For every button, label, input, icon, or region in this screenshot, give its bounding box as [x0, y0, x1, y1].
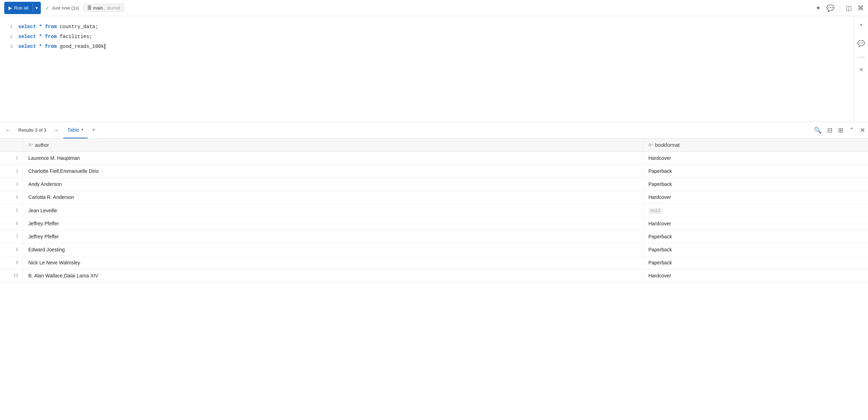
- row-num-header: [0, 139, 23, 152]
- cmd-icon[interactable]: ⌘: [857, 4, 864, 12]
- divider: [840, 5, 840, 12]
- author-col-label: author: [35, 142, 49, 148]
- author-cell: Carlotta R. Anderson: [23, 191, 642, 204]
- line-code-1: select * from country_data;: [18, 22, 98, 32]
- db-path: blurred: [107, 6, 120, 11]
- results-bar: ← Results 3 of 3 → Table ▾ + 🔍 ⊟ ⊞ ⌃ ✕: [0, 122, 868, 139]
- table-row: 7Jeffrey PfefferPaperback: [0, 230, 868, 243]
- author-cell: B. Alan Wallace,Dalai Lama XIV: [23, 269, 642, 282]
- search-icon[interactable]: 🔍: [814, 126, 822, 134]
- run-all-button[interactable]: ▶ Run all ▾: [4, 2, 41, 14]
- results-label: Results 3 of 3: [15, 127, 49, 133]
- status-label: Just now (1s): [52, 5, 79, 11]
- bookformat-cell: Paperback: [642, 178, 868, 191]
- bookformat-cell: Hardcover: [642, 152, 868, 165]
- editor-lines: 1 select * from country_data; 2 select *…: [0, 22, 868, 51]
- add-tab-button[interactable]: +: [89, 125, 99, 135]
- expand-icon[interactable]: ⌃: [849, 126, 854, 134]
- author-type-icon: Aᵃ: [28, 143, 33, 148]
- col-sort-icon[interactable]: ⇅: [633, 142, 637, 148]
- grid-icon[interactable]: ⌘: [859, 64, 863, 76]
- run-all-label: Run all: [14, 5, 28, 11]
- row-num-cell: 10: [0, 269, 23, 282]
- table-row: 5Jean Leveillenull: [0, 204, 868, 217]
- next-result-button[interactable]: →: [51, 126, 62, 135]
- filter-icon[interactable]: ⊟: [827, 126, 832, 134]
- sql-editor[interactable]: 1 select * from country_data; 2 select *…: [0, 16, 868, 122]
- editor-line-2: 2 select * from facilities;: [6, 32, 862, 42]
- author-cell: Charlotte Fiell,Emmanuelle Dirix: [23, 165, 642, 178]
- row-num-cell: 5: [0, 204, 23, 217]
- header-row: Aᵃ author ⋮ ⇅ Aᵃ bookformat: [0, 139, 868, 152]
- table-row: 4Carlotta R. AndersonHardcover: [0, 191, 868, 204]
- columns-icon[interactable]: ⊞: [838, 126, 843, 134]
- database-selector[interactable]: 🗄 main . blurred: [83, 4, 124, 12]
- results-bar-right: 🔍 ⊟ ⊞ ⌃ ✕: [814, 126, 865, 134]
- row-num-cell: 4: [0, 191, 23, 204]
- row-num-cell: 9: [0, 256, 23, 269]
- author-cell: Nick Le Neve Walmsley: [23, 256, 642, 269]
- bookformat-cell: Paperback: [642, 256, 868, 269]
- author-cell: Jeffrey Pfeffer: [23, 230, 642, 243]
- close-icon[interactable]: ✕: [860, 126, 865, 134]
- tab-table[interactable]: Table ▾: [63, 122, 88, 138]
- editor-sidebar: ✦ 💬 ⌘: [854, 16, 868, 122]
- prev-result-button[interactable]: ←: [3, 126, 14, 135]
- comment-icon[interactable]: 💬: [857, 38, 865, 50]
- bookformat-cell: Paperback: [642, 243, 868, 256]
- bookformat-cell: Hardcover: [642, 269, 868, 282]
- bookformat-type-icon: Aᵃ: [648, 143, 653, 148]
- author-cell: Andy Anderson: [23, 178, 642, 191]
- run-all-dropdown-button[interactable]: ▾: [32, 4, 41, 12]
- table-row: 10B. Alan Wallace,Dalai Lama XIVHardcove…: [0, 269, 868, 282]
- run-status: ✓ Just now (1s): [45, 5, 79, 11]
- author-cell: Laurence M. Hauptman: [23, 152, 642, 165]
- table-row: 9Nick Le Neve WalmsleyPaperback: [0, 256, 868, 269]
- sidebar-divider: [858, 57, 865, 57]
- table-row: 2Charlotte Fiell,Emmanuelle DirixPaperba…: [0, 165, 868, 178]
- author-cell: Jeffrey Pfeffer: [23, 217, 642, 230]
- row-num-cell: 1: [0, 152, 23, 165]
- check-icon: ✓: [45, 5, 50, 11]
- run-icon: ▶: [8, 5, 12, 11]
- editor-line-3: 3 select * from good_reads_100k: [6, 42, 862, 51]
- line-number-2: 2: [6, 32, 13, 42]
- chat-icon[interactable]: 💬: [826, 4, 834, 12]
- bookformat-cell: null: [642, 204, 868, 217]
- table-row: 1Laurence M. HauptmanHardcover: [0, 152, 868, 165]
- toolbar: ▶ Run all ▾ ✓ Just now (1s) 🗄 main . blu…: [0, 0, 868, 16]
- table-header: Aᵃ author ⋮ ⇅ Aᵃ bookformat: [0, 139, 868, 152]
- bookformat-col-label: bookformat: [655, 142, 680, 148]
- panel-icon[interactable]: ◫: [846, 4, 852, 12]
- editor-line-1: 1 select * from country_data;: [6, 22, 862, 32]
- author-cell: Jean Leveille: [23, 204, 642, 217]
- line-code-2: select * from facilities;: [18, 32, 92, 42]
- sparkle-icon[interactable]: ✦: [859, 19, 863, 31]
- toolbar-right: ✦ 💬 ◫ ⌘: [816, 4, 864, 12]
- table-row: 8Edward JoestingPaperback: [0, 243, 868, 256]
- author-cell: Edward Joesting: [23, 243, 642, 256]
- tab-dropdown-icon: ▾: [81, 127, 83, 132]
- bookformat-cell: Paperback: [642, 165, 868, 178]
- line-number-3: 3: [6, 42, 13, 51]
- line-number-1: 1: [6, 23, 13, 32]
- col-menu-icon[interactable]: ⋮: [626, 142, 631, 148]
- table-row: 6Jeffrey PfefferHardcover: [0, 217, 868, 230]
- results-table: Aᵃ author ⋮ ⇅ Aᵃ bookformat: [0, 139, 868, 282]
- table-container: Aᵃ author ⋮ ⇅ Aᵃ bookformat: [0, 139, 868, 420]
- db-name: main .: [93, 5, 106, 11]
- row-num-cell: 6: [0, 217, 23, 230]
- bookformat-cell: Hardcover: [642, 191, 868, 204]
- tab-table-label: Table: [68, 127, 79, 133]
- bookformat-cell: Paperback: [642, 230, 868, 243]
- db-icon: 🗄: [87, 5, 92, 11]
- row-num-cell: 3: [0, 178, 23, 191]
- row-num-cell: 2: [0, 165, 23, 178]
- table-row: 3Andy AndersonPaperback: [0, 178, 868, 191]
- line-code-3: select * from good_reads_100k: [18, 42, 108, 51]
- table-body: 1Laurence M. HauptmanHardcover2Charlotte…: [0, 152, 868, 282]
- th-author: Aᵃ author ⋮ ⇅: [23, 139, 642, 152]
- dropdown-icon: ▾: [36, 5, 38, 11]
- th-bookformat: Aᵃ bookformat: [642, 139, 868, 152]
- pin-icon[interactable]: ✦: [816, 4, 821, 12]
